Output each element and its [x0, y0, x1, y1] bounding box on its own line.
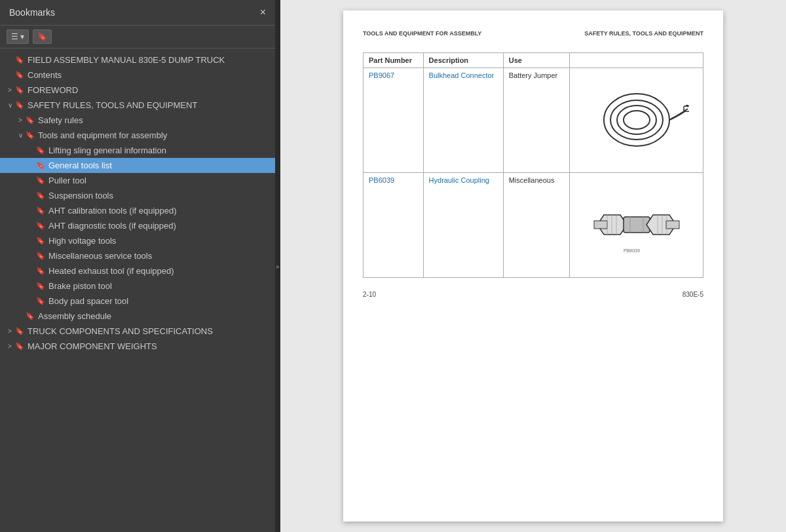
bookmark-icon: 🔖 — [37, 32, 47, 41]
list-icon: ☰ — [11, 32, 18, 41]
sidebar-header: Bookmarks × — [0, 0, 275, 26]
col-use: Use — [503, 53, 570, 68]
col-part-number: Part Number — [364, 53, 424, 68]
sidebar-title: Bookmarks — [9, 7, 55, 18]
bookmark-label: Suspension tools — [48, 191, 113, 200]
table-row: PB6039Hydraulic CouplingMiscellaneous — [364, 173, 703, 278]
resize-handle[interactable]: ▸ — [275, 0, 280, 532]
bookmark-icon: 🔖 — [35, 252, 46, 260]
bookmark-label: AHT diagnostic tools (if equipped) — [48, 221, 176, 231]
bookmark-label: FIELD ASSEMBLY MANUAL 830E-5 DUMP TRUCK — [28, 55, 225, 65]
bookmark-item-aht-diagnostic[interactable]: 🔖AHT diagnostic tools (if equipped) — [0, 218, 275, 233]
close-button[interactable]: × — [260, 7, 266, 18]
bookmark-label: General tools list — [48, 161, 112, 170]
table-header-row: Part Number Description Use — [364, 53, 703, 68]
expand-arrow-icon: > — [16, 117, 25, 124]
bookmark-icon: 🔖 — [14, 101, 25, 109]
chevron-down-icon: ▾ — [20, 32, 24, 41]
bookmark-label: Puller tool — [48, 176, 86, 185]
bookmark-icon: 🔖 — [14, 327, 25, 335]
bookmark-icon: 🔖 — [25, 131, 35, 140]
bookmark-label: High voltage tools — [48, 236, 116, 246]
page-number: 2-10 — [363, 291, 376, 298]
bookmark-item-brake-piston[interactable]: 🔖Brake piston tool — [0, 278, 275, 294]
bookmark-label: Heated exhaust tool (if equipped) — [48, 266, 174, 276]
header-left: TOOLS AND EQUIPMENT FOR ASSEMBLY — [363, 30, 481, 37]
hydraulic-coupling-image: PB6039 — [570, 173, 703, 278]
part-number-cell: PB9067 — [364, 68, 424, 173]
svg-rect-8 — [624, 217, 650, 233]
svg-rect-5 — [686, 105, 688, 107]
svg-point-0 — [604, 94, 669, 146]
bookmark-item-body-pad[interactable]: 🔖Body pad spacer tool — [0, 294, 275, 309]
bookmark-item-heated-exhaust[interactable]: 🔖Heated exhaust tool (if equipped) — [0, 263, 275, 278]
bookmark-item-safety-rules-section[interactable]: ∨🔖SAFETY RULES, TOOLS AND EQUIPMENT — [0, 98, 275, 113]
page-footer: 2-10 830E-5 — [363, 288, 703, 298]
bookmark-label: Brake piston tool — [48, 281, 112, 291]
bookmark-label: SAFETY RULES, TOOLS AND EQUIPMENT — [28, 100, 197, 110]
bookmark-item-major-component[interactable]: >🔖MAJOR COMPONENT WEIGHTS — [0, 339, 275, 354]
bookmark-icon: 🔖 — [14, 342, 25, 351]
expand-arrow-icon: > — [5, 328, 14, 335]
bookmark-icon: 🔖 — [14, 71, 25, 79]
bookmark-item-general-tools[interactable]: 🔖General tools list — [0, 158, 275, 173]
bookmark-label: TRUCK COMPONENTS AND SPECIFICATIONS — [28, 326, 213, 336]
expand-arrow-icon: > — [5, 343, 14, 350]
svg-rect-10 — [666, 221, 679, 229]
expand-arrow-icon: > — [5, 86, 14, 94]
main-content: TOOLS AND EQUIPMENT FOR ASSEMBLY SAFETY … — [280, 0, 786, 532]
bookmark-icon: 🔖 — [35, 221, 46, 230]
bookmark-item-truck-components[interactable]: >🔖TRUCK COMPONENTS AND SPECIFICATIONS — [0, 324, 275, 339]
bookmark-item-lifting-sling[interactable]: 🔖Lifting sling general information — [0, 143, 275, 158]
bookmark-label: Assembly schedule — [38, 311, 111, 321]
bookmark-icon: 🔖 — [14, 56, 25, 64]
bulkhead-connector-image — [570, 68, 703, 173]
bookmark-label: Safety rules — [38, 115, 83, 125]
bookmark-item-safety-rules[interactable]: >🔖Safety rules — [0, 113, 275, 128]
bookmark-icon: 🔖 — [25, 116, 35, 124]
bookmark-icon: 🔖 — [35, 176, 46, 185]
bookmark-item-misc-service[interactable]: 🔖Miscellaneous service tools — [0, 248, 275, 263]
bookmarks-sidebar: Bookmarks × ☰ ▾ 🔖 🔖FIELD ASSEMBLY MANUAL… — [0, 0, 275, 532]
bookmark-item-suspension-tools[interactable]: 🔖Suspension tools — [0, 188, 275, 203]
bookmark-icon: 🔖 — [35, 206, 46, 215]
use-cell: Battery Jumper — [503, 68, 570, 173]
description-cell: Bulkhead Connector — [423, 68, 503, 173]
sidebar-toolbar: ☰ ▾ 🔖 — [0, 26, 275, 48]
bookmark-icon: 🔖 — [35, 237, 46, 245]
bookmark-item-tools-equipment[interactable]: ∨🔖Tools and equipment for assembly — [0, 128, 275, 143]
bookmark-item-foreword[interactable]: >🔖FOREWORD — [0, 83, 275, 98]
bookmark-icon: 🔖 — [35, 297, 46, 305]
bulkhead-connector-svg — [584, 77, 689, 162]
svg-text:PB6039: PB6039 — [624, 248, 640, 253]
bookmark-label: Lifting sling general information — [48, 145, 166, 155]
bookmark-item-contents[interactable]: 🔖Contents — [0, 67, 275, 83]
bookmark-item-manual-title[interactable]: 🔖FIELD ASSEMBLY MANUAL 830E-5 DUMP TRUCK — [0, 52, 275, 67]
bookmark-tree: 🔖FIELD ASSEMBLY MANUAL 830E-5 DUMP TRUCK… — [0, 48, 275, 532]
bookmark-item-assembly-schedule[interactable]: 🔖Assembly schedule — [0, 309, 275, 324]
use-cell: Miscellaneous — [503, 173, 570, 278]
bookmark-label: MAJOR COMPONENT WEIGHTS — [28, 341, 157, 351]
header-right: SAFETY RULES, TOOLS AND EQUIPMENT — [584, 30, 703, 37]
page-container: TOOLS AND EQUIPMENT FOR ASSEMBLY SAFETY … — [343, 10, 723, 522]
table-row: PB9067Bulkhead ConnectorBattery Jumper — [364, 68, 703, 173]
bookmark-item-high-voltage[interactable]: 🔖High voltage tools — [0, 233, 275, 248]
manual-id: 830E-5 — [683, 291, 703, 298]
svg-rect-7 — [594, 221, 607, 229]
bookmark-icon: 🔖 — [35, 282, 46, 290]
expand-arrow-icon: ∨ — [5, 102, 14, 109]
toolbar-bookmark-button[interactable]: 🔖 — [33, 29, 52, 44]
bookmark-icon: 🔖 — [35, 191, 46, 200]
bookmark-label: Tools and equipment for assembly — [38, 130, 167, 140]
bookmark-label: FOREWORD — [28, 85, 78, 95]
bookmark-item-aht-calibration[interactable]: 🔖AHT calibration tools (if equipped) — [0, 203, 275, 218]
toolbar-view-button[interactable]: ☰ ▾ — [7, 29, 29, 44]
bookmark-label: Body pad spacer tool — [48, 296, 128, 306]
part-number-cell: PB6039 — [364, 173, 424, 278]
bookmark-item-puller-tool[interactable]: 🔖Puller tool — [0, 173, 275, 188]
bookmark-icon: 🔖 — [35, 161, 46, 170]
bookmark-label: Miscellaneous service tools — [48, 251, 152, 261]
col-image — [570, 53, 703, 68]
col-description: Description — [423, 53, 503, 68]
description-cell: Hydraulic Coupling — [423, 173, 503, 278]
